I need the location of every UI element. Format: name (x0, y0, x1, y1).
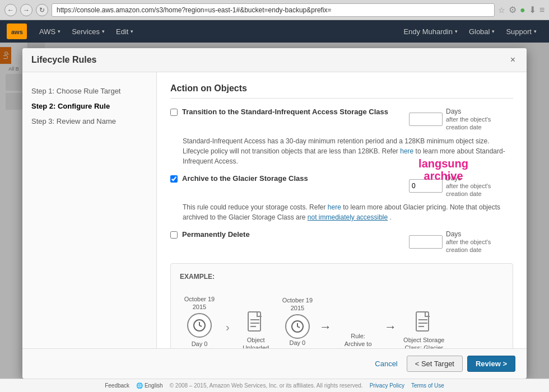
browser-bar: ← → ↻ https://console.aws.amazon.com/s3/… (0, 0, 549, 20)
main-options-panel: Action on Objects Transition to the Stan… (157, 72, 527, 348)
timeline-gt1-icon: › (226, 321, 230, 334)
review-button[interactable]: Review > (467, 356, 515, 372)
glacier-checkbox[interactable] (170, 175, 178, 183)
svg-text:aws: aws (11, 29, 23, 35)
glacier-checkbox-row: Archive to the Glacier Storage Class Day… (170, 174, 513, 198)
glacier-description: This rule could reduce your storage cost… (170, 202, 513, 222)
aws-nav: aws AWS ▾ Services ▾ Edit ▾ Endy Muhardi… (0, 20, 549, 43)
back-button[interactable]: ← (4, 4, 17, 16)
timeline-arrow2-icon: → (384, 320, 397, 334)
section-title: Action on Objects (170, 83, 513, 99)
edit-chevron-icon: ▾ (131, 29, 133, 34)
step2-item[interactable]: Step 2: Configure Rule (31, 99, 147, 114)
edit-label: Edit (116, 27, 128, 36)
sia-days-text: Days after the object's creation date (446, 108, 513, 132)
support-label: Support (506, 27, 532, 36)
delete-label: Permanently Delete (182, 230, 402, 239)
cancel-button[interactable]: Cancel (370, 356, 402, 372)
sia-ref-link[interactable]: here (400, 147, 413, 155)
sia-checkbox-row: Transition to the Standard-Infrequent Ac… (170, 108, 513, 132)
doc2-icon (412, 309, 436, 334)
bottom-bar: Feedback 🌐 English © 2008 – 2015, Amazon… (0, 379, 549, 392)
timeline-rule: Rule:Archive toGlacier (338, 287, 378, 348)
footer-terms[interactable]: Terms of Use (411, 382, 444, 389)
footer-feedback[interactable]: Feedback (105, 382, 129, 389)
services-menu[interactable]: Services ▾ (66, 20, 110, 43)
delete-days-group: Days after the object's creation date (409, 230, 513, 254)
delete-days-input[interactable] (409, 235, 443, 249)
region-menu[interactable]: Global ▾ (463, 20, 501, 43)
services-chevron-icon: ▾ (102, 29, 105, 34)
delete-checkbox-row: Permanently Delete Days after the object… (170, 230, 513, 254)
glacier-ref-link[interactable]: here (328, 203, 341, 211)
clock1-icon (187, 313, 212, 338)
dialog-footer: Cancel < Set Target Review > (22, 348, 527, 379)
timeline-mid: October 192015 Day 0 (282, 296, 313, 347)
dialog-overlay: Lifecycle Rules × Step 1: Choose Rule Ta… (0, 43, 549, 392)
sia-days-group: Days after the object's creation date (409, 108, 513, 132)
extension2-icon: ● (520, 5, 525, 15)
bookmark-star-icon[interactable]: ☆ (498, 6, 505, 15)
aws-chevron-icon: ▾ (58, 29, 61, 34)
svg-rect-8 (416, 312, 429, 331)
timeline-arrow1-icon: → (319, 320, 332, 334)
forward-button[interactable]: → (20, 4, 32, 16)
dialog-header: Lifecycle Rules × (22, 48, 527, 72)
services-label: Services (72, 27, 100, 36)
step1-item[interactable]: Step 1: Choose Rule Target (31, 83, 147, 99)
glacier-label: Archive to the Glacier Storage Class (182, 174, 402, 183)
dialog-title: Lifecycle Rules (31, 55, 97, 65)
region-label: Global (469, 27, 490, 36)
dialog-close-button[interactable]: × (508, 55, 518, 65)
timeline-obj1: ObjectUploaded (236, 291, 276, 348)
sia-option-row: Transition to the Standard-Infrequent Ac… (170, 108, 513, 166)
clock2-icon (285, 314, 310, 339)
url-text: https://console.aws.amazon.com/s3/home?r… (57, 6, 332, 14)
user-chevron-icon: ▾ (455, 29, 458, 34)
user-menu[interactable]: Endy Muhardin ▾ (398, 20, 463, 43)
footer-privacy[interactable]: Privacy Policy (370, 382, 404, 389)
menu-icon[interactable]: ≡ (539, 5, 545, 15)
edit-menu[interactable]: Edit ▾ (110, 20, 139, 43)
footer-english[interactable]: 🌐 English (136, 382, 163, 389)
example-label: EXAMPLE: (180, 273, 504, 281)
url-bar[interactable]: https://console.aws.amazon.com/s3/home?r… (52, 3, 495, 17)
example-section: EXAMPLE: October 192015 (170, 263, 513, 348)
nav-right: Endy Muhardin ▾ Global ▾ Support ▾ (398, 20, 542, 43)
sia-label: Transition to the Standard-Infrequent Ac… (182, 108, 402, 116)
glacier-days-input[interactable] (409, 179, 443, 193)
sia-days-input[interactable] (409, 113, 443, 126)
set-target-button[interactable]: < Set Target (407, 356, 463, 372)
delete-days-text: Days after the object's creation date (446, 230, 513, 254)
step3-item[interactable]: Step 3: Review and Name (31, 114, 147, 129)
glacier-days-text: Days after the object's creation date (446, 174, 513, 198)
region-chevron-icon: ▾ (492, 29, 495, 34)
aws-logo[interactable]: aws (7, 24, 27, 39)
timeline-date1: October 192015 Day 0 (180, 295, 219, 348)
main-content: Up All B Lifecycle Rules × Step 1: Choos… (0, 43, 549, 392)
download-icon: ⬇ (529, 4, 536, 15)
support-chevron-icon: ▾ (534, 29, 537, 34)
svg-rect-3 (248, 312, 260, 331)
glacier-days-group: Days after the object's creation date (409, 174, 513, 198)
sia-description: Standard-Infrequent Access has a 30-day … (170, 136, 513, 166)
aws-label: AWS (39, 27, 55, 36)
delete-checkbox[interactable] (170, 231, 178, 239)
aws-menu[interactable]: AWS ▾ (34, 20, 66, 43)
glacier-option-row: Archive to the Glacier Storage Class Day… (170, 174, 513, 223)
sia-checkbox[interactable] (170, 109, 178, 116)
dialog-body: Step 1: Choose Rule Target Step 2: Confi… (22, 72, 527, 348)
user-label: Endy Muhardin (403, 27, 452, 36)
steps-panel: Step 1: Choose Rule Target Step 2: Confi… (22, 72, 157, 348)
footer-copy: © 2008 – 2015, Amazon Web Services, Inc.… (170, 382, 363, 389)
support-menu[interactable]: Support ▾ (500, 20, 542, 43)
extension-icon: ⚙ (509, 4, 517, 15)
doc1-icon (244, 309, 268, 334)
lifecycle-rules-dialog: Lifecycle Rules × Step 1: Choose Rule Ta… (22, 48, 527, 379)
reload-button[interactable]: ↻ (36, 4, 48, 16)
example-timeline: October 192015 Day 0 › (180, 287, 504, 348)
timeline-obj2: Object StorageClass: Glacier (403, 291, 444, 348)
delete-option-row: Permanently Delete Days after the object… (170, 230, 513, 254)
